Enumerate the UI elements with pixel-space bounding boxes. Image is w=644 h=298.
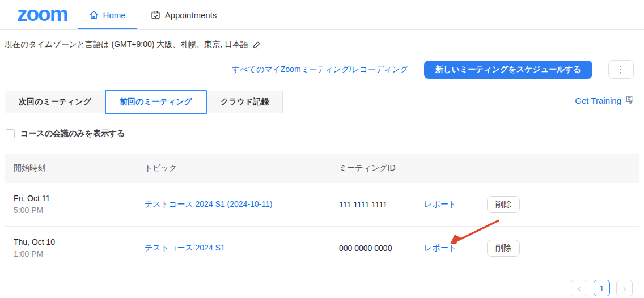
- pencil-edit-icon[interactable]: [253, 41, 261, 49]
- start-time-cell: Fri, Oct 11 5:00 PM: [14, 193, 145, 216]
- timezone-row: 現在のタイムゾーンと言語は (GMT+9:00) 大阪、札幌、東京, 日本語: [5, 40, 644, 50]
- report-link[interactable]: レポート: [424, 199, 487, 210]
- meeting-time: 5:00 PM: [14, 205, 145, 216]
- pagination: ‹ 1 ›: [0, 280, 633, 296]
- top-nav: Home Appointments: [89, 0, 217, 29]
- nav-item-home[interactable]: Home: [89, 0, 126, 29]
- actions-row: すべてのマイZoomミーティング/レコーディング 新しいミーティングをスケジュー…: [0, 60, 634, 79]
- table-row: Thu, Oct 10 1:00 PM テストコース 2024 S1 000 0…: [5, 227, 639, 270]
- pagination-next-button[interactable]: ›: [616, 280, 633, 296]
- column-header-start-time: 開始時刻: [14, 163, 145, 173]
- tab-cloud-recordings[interactable]: クラウド記録: [206, 91, 283, 113]
- table-header-row: 開始時刻 トピック ミーティングID: [5, 154, 639, 183]
- course-only-label: コースの会議のみを表示する: [20, 129, 125, 139]
- meeting-topic-link[interactable]: テストコース 2024 S1 (2024-10-11): [145, 199, 339, 210]
- column-header-meeting-id: ミーティングID: [339, 163, 424, 173]
- report-link[interactable]: レポート: [424, 243, 487, 253]
- nav-label-home: Home: [103, 10, 126, 20]
- pagination-prev-button[interactable]: ‹: [571, 280, 587, 296]
- nav-item-appointments[interactable]: Appointments: [151, 0, 217, 29]
- course-only-checkbox[interactable]: [6, 129, 15, 138]
- training-doc-icon: [625, 95, 634, 106]
- calendar-check-icon: [151, 10, 160, 20]
- start-time-cell: Thu, Oct 10 1:00 PM: [14, 236, 145, 260]
- previous-meetings-table: 開始時刻 トピック ミーティングID Fri, Oct 11 5:00 PM テ…: [5, 154, 639, 270]
- top-navigation-bar: zoom Home Appointments: [0, 0, 644, 30]
- tab-previous-meetings[interactable]: 前回のミーティング: [105, 90, 207, 114]
- meeting-topic-link[interactable]: テストコース 2024 S1: [145, 243, 339, 253]
- meeting-tabs: 次回のミーティング 前回のミーティング クラウド記録 Get Training: [5, 90, 639, 114]
- timezone-text: 現在のタイムゾーンと言語は (GMT+9:00) 大阪、札幌、東京, 日本語: [5, 40, 248, 50]
- schedule-meeting-button[interactable]: 新しいミーティングをスケジュールする: [424, 61, 592, 79]
- pagination-page-1[interactable]: 1: [594, 280, 610, 296]
- meeting-id: 000 0000 0000: [339, 244, 424, 253]
- all-zoom-meetings-link[interactable]: すべてのマイZoomミーティング/レコーディング: [232, 65, 408, 75]
- vertical-ellipsis-icon[interactable]: ⋮: [608, 60, 634, 79]
- column-header-topic: トピック: [145, 163, 339, 173]
- delete-button[interactable]: 削除: [487, 240, 520, 257]
- course-filter-row: コースの会議のみを表示する: [6, 129, 644, 139]
- zoom-logo: zoom: [17, 3, 67, 27]
- get-training-label: Get Training: [575, 96, 621, 105]
- tab-upcoming-meetings[interactable]: 次回のミーティング: [5, 91, 105, 113]
- home-icon: [89, 10, 99, 20]
- meeting-id: 111 1111 1111: [339, 200, 424, 209]
- nav-label-appointments: Appointments: [165, 10, 217, 20]
- meeting-date: Fri, Oct 11: [14, 193, 145, 205]
- delete-button[interactable]: 削除: [487, 196, 520, 213]
- meeting-time: 1:00 PM: [14, 248, 145, 260]
- table-row: Fri, Oct 11 5:00 PM テストコース 2024 S1 (2024…: [5, 183, 639, 227]
- meeting-date: Thu, Oct 10: [14, 236, 145, 248]
- get-training-link[interactable]: Get Training: [575, 95, 634, 106]
- zoom-lti-page: zoom Home Appointments 現在の: [0, 0, 644, 298]
